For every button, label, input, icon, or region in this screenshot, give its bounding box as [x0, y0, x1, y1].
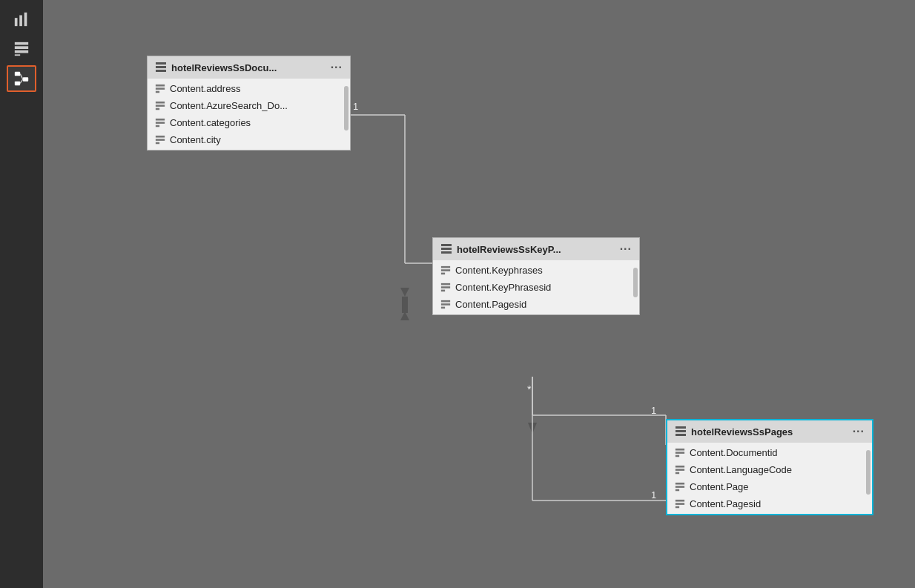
svg-rect-64 [675, 482, 684, 484]
svg-rect-65 [675, 486, 684, 488]
svg-marker-25 [400, 288, 409, 297]
scrollbar[interactable] [633, 268, 638, 297]
svg-rect-61 [675, 465, 684, 467]
svg-rect-42 [156, 142, 159, 144]
field-icon [155, 101, 165, 111]
svg-rect-43 [441, 244, 452, 246]
table-row[interactable]: Content.city [148, 131, 350, 148]
field-name: Content.Documentid [690, 447, 778, 458]
svg-rect-28 [156, 62, 166, 65]
svg-line-10 [20, 74, 23, 79]
table-menu-key[interactable]: ··· [620, 242, 632, 256]
svg-rect-59 [675, 452, 684, 454]
svg-rect-46 [441, 265, 450, 268]
svg-rect-4 [15, 46, 28, 49]
svg-rect-0 [15, 18, 18, 26]
svg-rect-69 [675, 506, 679, 508]
table-hotelreviews-key[interactable]: hotelReviewsSsKeyP... ··· Content.Keyphr… [432, 237, 640, 315]
svg-rect-9 [15, 82, 20, 86]
field-icon [675, 448, 685, 458]
svg-line-11 [20, 79, 23, 84]
svg-rect-8 [23, 77, 28, 82]
svg-rect-57 [675, 434, 686, 436]
svg-rect-60 [675, 455, 679, 457]
table-icon-pages [675, 426, 687, 437]
table-hotelreviews-pages[interactable]: hotelReviewsSsPages ··· Content.Document… [666, 419, 873, 515]
field-icon [155, 135, 165, 145]
svg-rect-39 [156, 125, 159, 127]
table-header-key: hotelReviewsSsKeyP... ··· [433, 238, 639, 260]
table-body-pages: Content.Documentid Content.LanguageCode … [667, 443, 872, 514]
svg-rect-52 [441, 300, 450, 302]
table-row[interactable]: Content.LanguageCode [667, 461, 872, 478]
field-icon [155, 118, 165, 128]
svg-rect-55 [675, 426, 686, 429]
table-row[interactable]: Content.KeyPhrasesid [433, 279, 639, 296]
svg-rect-66 [675, 489, 679, 491]
svg-text:1: 1 [353, 101, 358, 112]
svg-rect-50 [441, 286, 450, 288]
field-icon [675, 482, 685, 492]
svg-rect-30 [156, 70, 166, 72]
field-icon [675, 465, 685, 475]
scrollbar[interactable] [866, 450, 871, 495]
table-title-doc: hotelReviewsSsDocu... [171, 62, 277, 73]
field-name: Content.Keyphrases [455, 265, 543, 276]
svg-rect-41 [156, 139, 165, 141]
table-row[interactable]: Content.AzureSearch_Do... [148, 97, 350, 114]
field-name: Content.categories [170, 117, 251, 128]
relationships-icon[interactable] [7, 65, 36, 92]
table-menu-pages[interactable]: ··· [853, 425, 865, 438]
table-row[interactable]: Content.Keyphrases [433, 262, 639, 279]
table-row[interactable]: Content.Pagesid [433, 296, 639, 313]
svg-rect-47 [441, 269, 450, 271]
svg-marker-21 [528, 423, 537, 434]
field-name: Content.AzureSearch_Do... [170, 100, 288, 111]
svg-rect-2 [24, 13, 27, 26]
table-icon-key [440, 243, 452, 255]
sidebar [0, 0, 43, 588]
table-row[interactable]: Content.Pagesid [667, 495, 872, 512]
field-name: Content.Pagesid [690, 498, 761, 509]
svg-rect-33 [156, 90, 159, 93]
svg-rect-40 [156, 135, 165, 137]
scrollbar[interactable] [344, 86, 349, 131]
table-hotelreviews-doc[interactable]: hotelReviewsSsDocu... ··· Content.addres… [147, 56, 351, 151]
table-row[interactable]: Content.Documentid [667, 444, 872, 461]
svg-rect-63 [675, 472, 679, 474]
field-icon [440, 265, 451, 276]
svg-rect-1 [19, 16, 22, 27]
table-icon-doc [155, 62, 167, 73]
svg-rect-51 [441, 289, 445, 291]
table-menu-doc[interactable]: ··· [331, 61, 343, 74]
table-row[interactable]: Content.Page [667, 478, 872, 495]
svg-rect-54 [441, 306, 445, 308]
bar-chart-icon[interactable] [7, 6, 36, 33]
svg-rect-48 [441, 272, 445, 274]
table-row[interactable]: Content.categories [148, 114, 350, 131]
svg-rect-34 [156, 101, 165, 103]
svg-rect-3 [15, 42, 28, 45]
field-name: Content.Page [690, 481, 749, 492]
svg-rect-68 [675, 503, 684, 505]
svg-marker-26 [400, 311, 409, 320]
diagram-canvas: 1 * 1 1 hotelReviewsSsDocu... ··· [43, 0, 915, 588]
field-icon [155, 84, 165, 94]
svg-rect-58 [675, 448, 684, 450]
svg-rect-36 [156, 108, 159, 110]
field-name: Content.KeyPhrasesid [455, 282, 551, 293]
field-name: Content.address [170, 83, 240, 94]
field-icon [440, 283, 451, 293]
table-icon[interactable] [7, 36, 36, 62]
table-row[interactable]: Content.address [148, 80, 350, 97]
svg-text:1: 1 [651, 489, 656, 501]
svg-text:*: * [527, 383, 532, 395]
field-name: Content.LanguageCode [690, 464, 792, 475]
svg-rect-29 [156, 66, 166, 68]
svg-rect-56 [675, 430, 686, 432]
table-header-pages: hotelReviewsSsPages ··· [667, 420, 872, 443]
svg-rect-31 [156, 84, 165, 86]
svg-rect-32 [156, 87, 165, 90]
svg-rect-7 [15, 72, 20, 76]
svg-rect-6 [15, 54, 20, 56]
